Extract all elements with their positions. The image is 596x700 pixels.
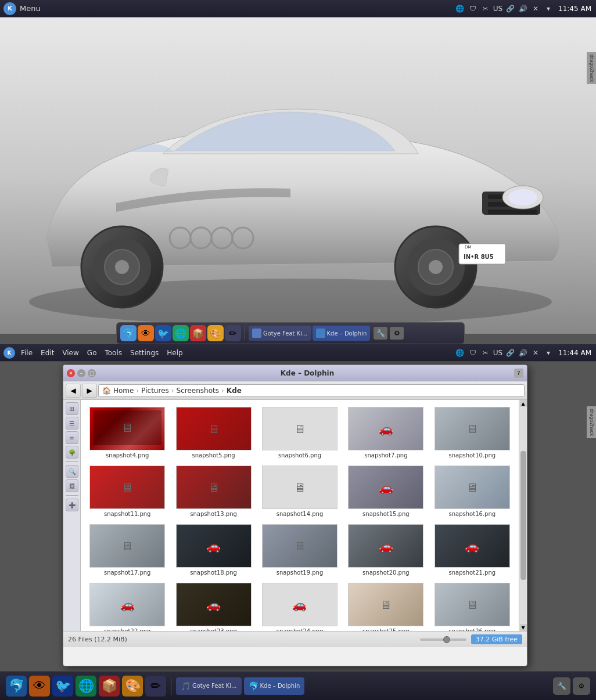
menu-label[interactable]: Menu bbox=[20, 4, 41, 13]
file-thumbnail: 🚗 bbox=[262, 583, 338, 626]
menubar-locale: US bbox=[493, 349, 502, 357]
sidebar-icon-list[interactable]: ☰ bbox=[66, 417, 78, 430]
window-btn-dolphin[interactable]: Kde – Dolphin bbox=[313, 326, 371, 341]
toolbar-btn-extra1[interactable]: 🔧 bbox=[374, 327, 387, 340]
desktop: K Menu 🌐 🛡 ✂ US 🔗 🔊 ✕ ▾ 11:45 AM bbox=[0, 0, 596, 700]
window-btn-music[interactable]: Gotye Feat Ki... bbox=[249, 326, 311, 341]
file-thumbnail: 🚗 bbox=[176, 524, 252, 568]
dock-editor[interactable]: ✏️ bbox=[145, 676, 166, 697]
list-item[interactable]: 🚗 snapshot20.png bbox=[344, 522, 428, 578]
scroll-down-button[interactable]: ▼ bbox=[520, 624, 527, 631]
zoom-slider-thumb[interactable] bbox=[443, 636, 450, 643]
list-item[interactable]: 🖥 snapshot4.png bbox=[85, 405, 169, 461]
forward-button[interactable]: ▶ bbox=[82, 384, 97, 398]
tray-x[interactable]: ✕ bbox=[530, 348, 541, 358]
breadcrumb-current[interactable]: Kde bbox=[227, 387, 242, 395]
menu-settings[interactable]: Settings bbox=[127, 348, 162, 358]
sidebar-icon-search[interactable]: 🔍 bbox=[66, 465, 78, 478]
dock-extra1[interactable]: 🔧 bbox=[553, 677, 570, 695]
file-name: snapshot10.png bbox=[449, 452, 496, 459]
list-item[interactable]: 🚗 snapshot22.png bbox=[85, 580, 169, 631]
scrollbar[interactable]: ▲ ▼ bbox=[519, 400, 527, 631]
list-item[interactable]: 🖥 snapshot19.png bbox=[258, 522, 342, 578]
x-icon[interactable]: ✕ bbox=[530, 3, 541, 14]
zoom-slider[interactable] bbox=[420, 638, 466, 641]
tray-shield: 🛡 bbox=[468, 348, 478, 358]
status-files-count: 26 Files (12.2 MiB) bbox=[68, 636, 415, 643]
list-item[interactable]: 🚗 snapshot23.png bbox=[171, 580, 255, 631]
sidebar-icon-tree[interactable]: 🌳 bbox=[66, 446, 78, 459]
title-buttons: ✕ – □ bbox=[67, 369, 96, 377]
list-item[interactable]: 🖥 snapshot6.png bbox=[258, 405, 342, 461]
list-item[interactable]: 🖥 snapshot14.png bbox=[258, 463, 342, 519]
back-button[interactable]: ◀ bbox=[66, 384, 81, 398]
list-item[interactable]: 🚗 snapshot21.png bbox=[430, 522, 514, 578]
sidebar-icon-preview[interactable]: 🖼 bbox=[66, 479, 78, 492]
launcher-paint[interactable]: 🎨 bbox=[207, 325, 224, 341]
minimize-button[interactable]: – bbox=[77, 369, 85, 377]
list-item[interactable]: 🚗 snapshot7.png bbox=[344, 405, 428, 461]
list-item[interactable]: 🖥 snapshot5.png bbox=[171, 405, 255, 461]
launcher-dolphin[interactable]: 🐬 bbox=[120, 325, 137, 341]
dock-paint[interactable]: 🎨 bbox=[122, 676, 143, 697]
maximize-button[interactable]: □ bbox=[88, 369, 96, 377]
dock-eye[interactable]: 👁 bbox=[29, 676, 50, 697]
title-help-button[interactable]: ? bbox=[514, 369, 523, 378]
kde-logo[interactable]: K bbox=[3, 2, 16, 15]
breadcrumb-pictures[interactable]: Pictures bbox=[141, 387, 169, 395]
breadcrumb-screenshots[interactable]: Screenshots bbox=[177, 387, 219, 395]
breadcrumb-home-icon: 🏠 bbox=[102, 387, 111, 395]
window-btn-music-label: Gotye Feat Ki... bbox=[263, 330, 308, 337]
list-item[interactable]: 🖥 snapshot11.png bbox=[85, 463, 169, 519]
file-name: snapshot22.png bbox=[104, 628, 151, 631]
list-item[interactable]: 🖥 snapshot17.png bbox=[85, 522, 169, 578]
kde-logo-sm[interactable]: K bbox=[3, 347, 15, 359]
list-item[interactable]: 🖥 snapshot16.png bbox=[430, 463, 514, 519]
list-item[interactable]: 🖥 snapshot13.png bbox=[171, 463, 255, 519]
breadcrumb-sep1: › bbox=[136, 387, 139, 395]
dock-window-music[interactable]: 🎵 Gotye Feat Ki... bbox=[176, 677, 242, 695]
toolbar-btn-extra2[interactable]: ⚙ bbox=[390, 327, 404, 340]
launcher-editor[interactable]: ✏️ bbox=[225, 325, 241, 341]
launcher-marble[interactable]: 🌐 bbox=[173, 325, 189, 341]
sidebar-icon-grid[interactable]: ⊞ bbox=[66, 402, 78, 415]
dock-window-dolphin[interactable]: 🐬 Kde – Dolphin bbox=[244, 677, 305, 695]
scrollbar-track[interactable] bbox=[520, 408, 526, 623]
menu-tools[interactable]: Tools bbox=[101, 348, 125, 358]
list-item[interactable]: 🚗 snapshot18.png bbox=[171, 522, 255, 578]
dock-virtualbox[interactable]: 📦 bbox=[99, 676, 120, 697]
list-item[interactable]: 🖥 snapshot25.png bbox=[344, 580, 428, 631]
dock-dolphin[interactable]: 🐬 bbox=[6, 676, 27, 697]
arrow-icon[interactable]: ▾ bbox=[543, 3, 554, 14]
menu-edit[interactable]: Edit bbox=[37, 348, 58, 358]
tray-arrow[interactable]: ▾ bbox=[543, 348, 554, 358]
sidebar-icon-detail[interactable]: ≡ bbox=[66, 431, 78, 444]
list-item[interactable]: 🖥 snapshot26.png bbox=[430, 580, 514, 631]
list-item[interactable]: 🖥 snapshot10.png bbox=[430, 405, 514, 461]
menu-view[interactable]: View bbox=[59, 348, 82, 358]
free-space-badge: 37.2 GiB free bbox=[471, 634, 522, 644]
menu-go[interactable]: Go bbox=[84, 348, 100, 358]
launcher-eye[interactable]: 👁 bbox=[138, 325, 154, 341]
dock-marble[interactable]: 🌐 bbox=[76, 676, 96, 697]
scroll-up-button[interactable]: ▲ bbox=[520, 400, 527, 407]
dock-thunderbird[interactable]: 🐦 bbox=[52, 676, 73, 697]
music-window-icon bbox=[252, 329, 261, 338]
dock-extra2[interactable]: ⚙ bbox=[573, 677, 590, 695]
sidebar-icon-add[interactable]: ➕ bbox=[66, 499, 78, 511]
file-name: snapshot11.png bbox=[104, 511, 151, 517]
breadcrumb-home[interactable]: Home bbox=[113, 387, 134, 395]
taskbar-top: K Menu 🌐 🛡 ✂ US 🔗 🔊 ✕ ▾ 11:45 AM bbox=[0, 0, 596, 17]
launcher-thunderbird[interactable]: 🐦 bbox=[155, 325, 171, 341]
close-button[interactable]: ✕ bbox=[67, 369, 75, 377]
file-name: snapshot23.png bbox=[190, 628, 237, 631]
list-item[interactable]: 🚗 snapshot24.png bbox=[258, 580, 342, 631]
scrollbar-thumb[interactable] bbox=[520, 451, 526, 580]
dolphin-title: Kde – Dolphin bbox=[100, 369, 514, 377]
locale-label: US bbox=[493, 5, 502, 13]
file-name: snapshot24.png bbox=[277, 628, 324, 631]
list-item[interactable]: 🚗 snapshot15.png bbox=[344, 463, 428, 519]
launcher-virtualbox[interactable]: 📦 bbox=[190, 325, 206, 341]
menu-help[interactable]: Help bbox=[163, 348, 186, 358]
menu-file[interactable]: File bbox=[17, 348, 36, 358]
